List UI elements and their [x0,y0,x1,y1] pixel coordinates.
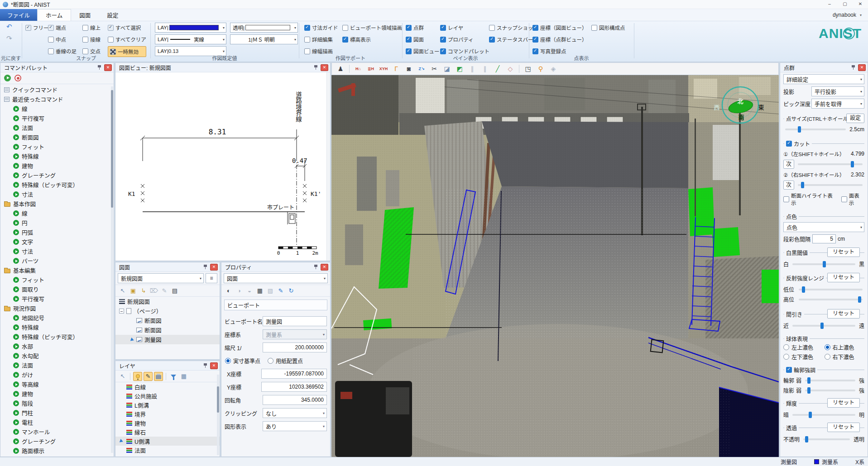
point-cloud-tool-icon[interactable]: ◇ [504,64,516,74]
layer-item[interactable]: 建物 [115,418,220,428]
drawing-scrollbar[interactable] [326,72,330,261]
viewport-row[interactable]: 断面図 [115,316,220,325]
command-tree-item[interactable]: 等高線 [0,380,114,389]
layer-item[interactable]: 境界 [115,409,220,418]
point-display-checkbox[interactable]: 図形構成点 [591,23,625,33]
cut2-slider[interactable] [798,184,863,186]
tab-drawing[interactable]: 図面 [71,9,99,21]
outline-emphasis-checkbox[interactable] [786,367,792,373]
select-cursor-icon[interactable]: ↖ [118,372,127,381]
linetype-combo[interactable]: LAY| 実線 [155,34,226,44]
snap-checkbox[interactable]: 線上 [82,23,101,33]
reflection-low-slider[interactable] [799,289,863,290]
snap-checkbox[interactable]: 中点 [48,34,77,44]
sheet-tool-icon[interactable]: ↳ [139,286,148,295]
layer-item[interactable]: L側溝 [115,400,220,409]
close-icon[interactable]: ✕ [858,64,866,71]
pin-icon[interactable] [203,264,208,270]
pin-icon[interactable] [313,264,318,270]
support-checkbox[interactable]: 寸法ガイド [304,23,338,33]
command-tree-item[interactable]: マンホール [0,427,114,437]
sheet-tool-icon[interactable]: ▣ [129,286,138,295]
luminance-slider[interactable] [792,414,855,416]
command-tree-item[interactable]: 特殊線 [0,152,114,161]
scale-input[interactable]: 200.000000 [263,342,327,352]
layer-edit-button[interactable]: ▦ [179,372,188,381]
support-checkbox[interactable]: ビューポート領域描画 [342,23,402,33]
command-tree-item[interactable]: 線 [0,104,114,114]
record-macro-button[interactable] [14,75,21,81]
sheet-menu-button[interactable]: ≡ [206,273,217,283]
properties-tool-icon[interactable]: ✎ [276,286,285,295]
sphere-shading-radio[interactable]: 左上濃色 [783,343,824,351]
tab-settings[interactable]: 設定 [99,9,126,21]
layer-item[interactable]: 公共施設 [115,391,220,400]
command-tree-item[interactable]: 水勾配 [0,351,114,361]
viewport-name-input[interactable]: 測量図 [263,316,327,326]
properties-tool-icon[interactable]: ◐ [224,286,233,295]
command-tree-item[interactable]: フィット [0,142,114,152]
projection-select[interactable]: 平行投影 [811,86,864,96]
layer-filter-button[interactable] [169,372,178,381]
command-tree-item[interactable]: 最近使ったコマンド [0,95,114,104]
command-tree-item[interactable]: 寸法 [0,247,114,256]
point-size-settings-button[interactable]: 設定 [846,114,864,123]
radio-paper-placement-point[interactable]: 用紙配置点 [268,357,303,365]
layer-item[interactable]: U側溝 [115,437,220,446]
viewport-row[interactable]: 断面図 [115,325,220,335]
transparency-combo[interactable]: 透明| [230,23,298,33]
support-checkbox[interactable]: 詳細編集 [304,34,338,44]
layer-item[interactable]: 白線 [115,382,220,391]
support-checkbox[interactable]: 標高表示 [342,34,402,44]
layer-item[interactable]: 法面 [115,446,220,455]
section-highlight-checkbox[interactable] [783,196,789,202]
minimize-button[interactable]: – [822,0,837,9]
command-tree-item[interactable]: クイックコマンド [0,85,114,95]
point-cloud-view-icon[interactable]: ◈ [547,64,559,74]
sheet-root-row[interactable]: 新規図面 [115,297,220,306]
command-tree-item[interactable]: 路面標示 [0,446,114,456]
bw-threshold-reset-button[interactable]: リセット [827,247,860,257]
layer-editable-toggle[interactable]: ✎ [144,372,153,381]
properties-tool-icon[interactable]: ◒ [245,286,254,295]
register-point-icon[interactable]: ♟ [335,64,346,74]
properties-tool-icon[interactable]: ▧ [266,286,275,295]
layer-item[interactable]: 縁石 [115,428,220,437]
coordinate-system-select[interactable]: 測量系 [263,329,327,339]
palette-scrollbar[interactable] [111,86,113,453]
pin-icon[interactable] [203,363,208,368]
drawing-canvas[interactable]: 8.31 0.47 道路境界線 K1 K1' 市プレート 0 1 2m [115,72,330,261]
command-tree-item[interactable]: 特殊線（ピッチ可変） [0,332,114,342]
properties-target-selector[interactable]: 図面 [224,273,328,283]
command-tree-item[interactable]: 文字 [0,237,114,247]
command-tree-item[interactable]: 法面 [0,123,114,133]
command-tree-item[interactable]: 平行複写 [0,294,114,304]
close-icon[interactable]: ✕ [210,362,218,369]
pick-depth-select[interactable]: 手前を取得 [811,99,864,109]
command-tree-item[interactable]: 基本編集 [0,266,114,275]
sheet-tool-icon[interactable]: ⌦ [149,286,158,295]
properties-tool-icon[interactable]: ◑ [235,286,244,295]
pane-checkbox[interactable]: 点群 [406,23,440,33]
close-button[interactable]: ✕ [853,0,868,9]
tab-home[interactable]: ホーム [37,9,71,21]
snap-checkbox[interactable]: フリー [25,23,49,33]
sphere-shading-radio[interactable]: 左下濃色 [783,353,824,361]
point-cloud-tool-icon[interactable]: XYH [378,64,389,74]
command-tree-item[interactable]: 水部 [0,342,114,351]
snap-checkbox[interactable]: 端点 [48,23,77,33]
point-cloud-tool-icon[interactable]: Z↘ [416,64,427,74]
command-tree-item[interactable]: 平行複写 [0,114,114,123]
command-tree-item[interactable]: 基本作図 [0,199,114,209]
sheet-tool-icon[interactable]: ↖ [118,286,127,295]
pane-checkbox[interactable]: ステータスバー [489,34,538,44]
command-tree-item[interactable]: パーツ [0,256,114,266]
command-tree-item[interactable]: 階段 [0,399,114,408]
pane-checkbox[interactable]: スナップショット [489,23,538,33]
command-tree-item[interactable]: グレーチング [0,171,114,180]
undo-icon[interactable]: ↶ [6,23,12,31]
properties-tool-icon[interactable]: ▦ [255,286,264,295]
point-size-slider[interactable] [785,128,846,130]
pin-icon[interactable] [97,65,102,70]
properties-tool-icon[interactable]: ↻ [287,286,296,295]
